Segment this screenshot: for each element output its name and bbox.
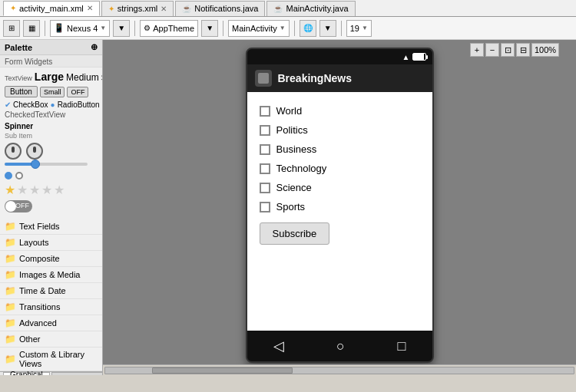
folder-icon-time-date: 📁: [5, 285, 16, 296]
zoom-controls: + − ⊡ ⊟ 100%: [470, 43, 559, 57]
app-title: BreakingNews: [278, 72, 352, 84]
palette-section-advanced[interactable]: 📁 Advanced: [0, 315, 102, 331]
palette-radio-icon: ●: [51, 100, 55, 109]
palette-section-transitions-label: Transitions: [19, 302, 60, 311]
palette-section-composite-label: Composite: [19, 254, 60, 263]
palette-search-icon[interactable]: ⊕: [91, 42, 98, 52]
palette-progress-bar[interactable]: [5, 163, 98, 166]
tab-notifications-java[interactable]: ☕ Notifications.java: [175, 1, 265, 16]
bottom-tab-graphical-label: Graphical Layout: [10, 371, 43, 375]
palette-section-time-date[interactable]: 📁 Time & Date: [0, 283, 102, 299]
toolbar-activity-dropdown[interactable]: MainActivity ▼: [228, 20, 290, 37]
palette-section-transitions[interactable]: 📁 Transitions: [0, 299, 102, 315]
palette-progress-track: [5, 163, 88, 166]
palette-knob-1[interactable]: [5, 143, 22, 160]
palette-radio-btn-empty[interactable]: [15, 172, 23, 180]
checkbox-science-label: Science: [276, 182, 312, 193]
device-content-area: World Politics Business Technology Scien…: [247, 92, 432, 254]
palette-radio-label[interactable]: RadioButton: [58, 100, 100, 109]
palette-section-custom-views[interactable]: 📁 Custom & Library Views: [0, 348, 102, 371]
palette-checked-text-view[interactable]: CheckedTextView: [5, 110, 98, 119]
palette-tv-medium[interactable]: Medium: [66, 72, 99, 83]
toolbar-theme-btn[interactable]: ▼: [201, 20, 218, 37]
bottom-tab-graphical[interactable]: Graphical Layout: [3, 372, 50, 375]
zoom-out-btn[interactable]: −: [485, 43, 499, 57]
palette-textview-label: TextView: [5, 74, 32, 82]
bottom-tab-xml[interactable]: activity_main.xml: [51, 372, 103, 375]
palette-radio-btn-selected[interactable]: [5, 172, 12, 180]
toolbar-layout-toggle-btn[interactable]: ⊞: [3, 20, 20, 37]
zoom-percent-btn[interactable]: 100%: [531, 43, 559, 57]
palette-toggle-thumb: [5, 201, 16, 212]
battery-fill: [413, 54, 424, 60]
palette-button-small[interactable]: Small: [40, 87, 65, 97]
toolbar-device-icon: 📱: [54, 23, 65, 33]
h-scroll-track: [104, 367, 574, 374]
palette-knob-inner-2: [33, 147, 36, 153]
palette-widgets-content: TextView Large Medium Small Button Small…: [0, 68, 102, 219]
zoom-fit-btn[interactable]: ⊡: [501, 43, 515, 57]
device-status-bar: ▲: [247, 49, 432, 64]
palette-section-composite[interactable]: 📁 Composite: [0, 251, 102, 267]
tab-activity-main-xml[interactable]: ✦ activity_main.xml ✕: [3, 1, 100, 16]
zoom-actual-btn[interactable]: ⊟: [516, 43, 530, 57]
palette-button[interactable]: Button: [5, 86, 38, 97]
device-app-header: BreakingNews: [247, 64, 432, 92]
folder-icon-advanced: 📁: [5, 318, 16, 328]
toolbar-device-dropdown[interactable]: 📱 Nexus 4 ▼: [50, 20, 110, 37]
checkbox-business[interactable]: [260, 144, 270, 155]
palette-spinner-title[interactable]: Spinner: [5, 122, 98, 130]
checkbox-sports-label: Sports: [276, 201, 306, 212]
toolbar-locale-btn[interactable]: 🌐: [300, 20, 316, 37]
checkbox-politics[interactable]: [260, 125, 270, 136]
nav-home-btn[interactable]: ○: [336, 338, 345, 354]
toolbar-layout-linear-btn[interactable]: ▦: [23, 20, 40, 37]
toolbar-theme-label: AppTheme: [153, 24, 194, 33]
palette-section-label: Form Widgets: [5, 58, 52, 66]
checkbox-science[interactable]: [260, 183, 270, 193]
palette-section-images-media[interactable]: 📁 Images & Media: [0, 267, 102, 283]
wifi-icon: ▲: [402, 53, 410, 61]
palette-star-rating[interactable]: ★ ★ ★ ★ ★: [5, 183, 98, 197]
palette-button-off[interactable]: OFF: [67, 87, 88, 97]
palette-toggle-off[interactable]: OFF: [5, 200, 32, 212]
checkbox-item-sports[interactable]: Sports: [260, 197, 420, 216]
h-scrollbar[interactable]: [103, 364, 576, 375]
tab-close-strings[interactable]: ✕: [161, 5, 167, 13]
palette-section-layouts[interactable]: 📁 Layouts: [0, 235, 102, 251]
toolbar-api-dropdown[interactable]: 19 ▼: [346, 20, 372, 37]
palette-section-text-fields[interactable]: 📁 Text Fields: [0, 219, 102, 235]
folder-icon-other: 📁: [5, 334, 16, 344]
checkbox-politics-label: Politics: [276, 124, 308, 136]
h-scroll-thumb[interactable]: [152, 367, 293, 374]
zoom-in-btn[interactable]: +: [470, 43, 484, 57]
tab-close-activity-main[interactable]: ✕: [87, 4, 93, 12]
checkbox-sports[interactable]: [260, 202, 270, 212]
toolbar-sep-1: [45, 21, 45, 36]
checkbox-technology[interactable]: [260, 163, 270, 174]
checkbox-world[interactable]: [260, 106, 270, 117]
tab-strings-xml[interactable]: ✦ strings.xml ✕: [101, 1, 174, 16]
palette-tv-large[interactable]: Large: [35, 71, 64, 83]
palette-knob-2[interactable]: [26, 143, 43, 160]
tab-main-activity-java[interactable]: ☕ MainActivity.java: [266, 1, 355, 16]
checkbox-item-world[interactable]: World: [260, 101, 420, 120]
checkbox-item-science[interactable]: Science: [260, 178, 420, 197]
toolbar-device-config-btn[interactable]: ▼: [113, 20, 130, 37]
toolbar-theme-dropdown[interactable]: ⚙ AppTheme: [140, 20, 198, 37]
palette-button-row: Button Small OFF: [5, 86, 98, 97]
subscribe-button[interactable]: Subscribe: [260, 222, 330, 245]
tab-label-strings: strings.xml: [118, 4, 158, 13]
palette-checkbox-label[interactable]: CheckBox: [13, 100, 48, 109]
checkbox-item-technology[interactable]: Technology: [260, 159, 420, 178]
nav-back-btn[interactable]: ◁: [273, 338, 284, 354]
palette-section-other-label: Other: [19, 334, 41, 344]
toolbar-locale-arrow[interactable]: ▼: [319, 20, 336, 37]
checkbox-item-politics[interactable]: Politics: [260, 120, 420, 140]
toolbar-device-label: Nexus 4: [67, 24, 98, 33]
nav-recents-btn[interactable]: □: [397, 338, 406, 354]
folder-icon-custom-views: 📁: [5, 354, 16, 364]
checkbox-item-business[interactable]: Business: [260, 140, 420, 159]
palette-sections-list: 📁 Text Fields 📁 Layouts 📁 Composite 📁 Im…: [0, 219, 102, 371]
palette-section-other[interactable]: 📁 Other: [0, 331, 102, 348]
